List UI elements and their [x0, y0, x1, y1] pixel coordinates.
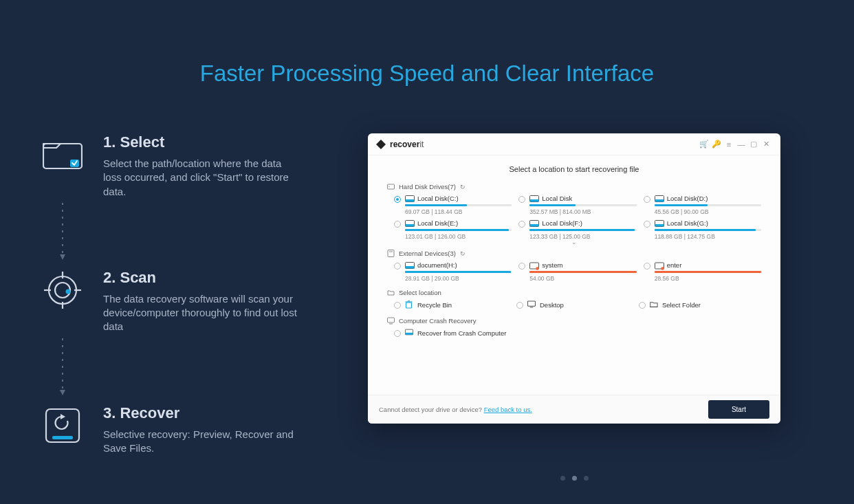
disk-icon — [405, 329, 413, 337]
crash-item[interactable]: Recover from Crash Computer — [394, 329, 516, 337]
carousel-dot[interactable] — [572, 476, 577, 481]
folder-icon — [650, 300, 658, 309]
svg-marker-14 — [61, 414, 65, 419]
feedback-link[interactable]: Feed back to us. — [484, 406, 532, 413]
drive-stats: 28.56 GB — [655, 275, 761, 282]
hdd-grid: Local Disk(C:) 69.07 GB | 118.44 GB Loca… — [394, 195, 761, 240]
drive-label: Local Disk(F:) — [542, 219, 582, 227]
drive-item[interactable]: Local Disk(G:) 118.88 GB | 124.75 GB — [644, 219, 761, 240]
step-recover: 3. Recover Selective recovery: Preview, … — [41, 404, 316, 456]
cart-icon[interactable]: 🛒 — [698, 140, 710, 149]
svg-rect-17 — [388, 184, 395, 189]
drive-item[interactable]: document(H:) 28.91 GB | 29.00 GB — [394, 261, 512, 282]
carousel-dot[interactable] — [584, 476, 589, 481]
disk-icon — [529, 220, 539, 227]
usage-bar — [529, 204, 636, 206]
radio[interactable] — [639, 302, 646, 309]
drive-stats: 123.01 GB | 126.00 GB — [405, 233, 512, 240]
refresh-icon[interactable]: ↻ — [460, 184, 466, 190]
usage-bar — [655, 229, 761, 231]
usage-bar — [529, 271, 636, 273]
drive-item[interactable]: Local Disk(C:) 69.07 GB | 118.44 GB — [394, 195, 512, 215]
minimize-icon[interactable]: — — [735, 140, 747, 149]
location-item[interactable]: Recycle Bin — [394, 300, 516, 309]
radio[interactable] — [644, 221, 650, 228]
drive-label: Local Disk(G:) — [667, 219, 708, 227]
radio[interactable] — [394, 263, 401, 270]
drive-item[interactable]: enter 28.56 GB — [644, 261, 761, 282]
start-button[interactable]: Start — [708, 400, 769, 419]
loc-grid: Recycle Bin Desktop Select Folder — [394, 300, 761, 309]
step-desc: The data recovery software will scan you… — [103, 292, 303, 334]
close-icon[interactable]: ✕ — [760, 140, 772, 149]
drive-stats: 54.00 GB — [529, 275, 636, 282]
drive-stats: 352.57 MB | 814.00 MB — [529, 208, 636, 215]
radio[interactable] — [516, 302, 523, 309]
key-icon[interactable]: 🔑 — [710, 140, 723, 149]
drive-item[interactable]: Local Disk(F:) 123.33 GB | 125.00 GB — [518, 219, 636, 240]
drive-stats: 123.33 GB | 125.00 GB — [529, 233, 636, 240]
svg-rect-30 — [655, 224, 664, 227]
radio[interactable] — [394, 196, 401, 203]
ext-section-icon — [387, 250, 395, 257]
section-loc: Select location — [387, 289, 761, 296]
radio[interactable] — [644, 196, 650, 203]
app-window: recoverit 🛒 🔑 ≡ — ▢ ✕ Select a location … — [368, 133, 780, 424]
location-item[interactable]: Select Folder — [639, 300, 761, 309]
radio[interactable] — [644, 263, 650, 270]
section-label: Hard Disk Drives(7) — [399, 183, 456, 190]
drive-item[interactable]: Local Disk(D:) 45.56 GB | 90.00 GB — [644, 195, 761, 215]
brand-text: recover — [390, 140, 419, 149]
svg-marker-16 — [376, 140, 386, 149]
step-desc: Select the path/location where the data … — [103, 157, 303, 199]
svg-rect-44 — [388, 318, 395, 322]
refresh-icon[interactable]: ↻ — [460, 250, 466, 257]
carousel-dots — [368, 476, 780, 481]
drive-stats: 118.88 GB | 124.75 GB — [655, 233, 761, 240]
drive-label: system — [542, 261, 562, 269]
radio[interactable] — [394, 221, 401, 228]
carousel-dot[interactable] — [560, 476, 565, 481]
drive-item[interactable]: system 54.00 GB — [518, 261, 636, 282]
drive-label: Local Disk(E:) — [417, 219, 458, 227]
svg-point-36 — [536, 267, 540, 270]
disk-icon — [405, 262, 415, 269]
page-title: Faster Processing Speed and Clear Interf… — [0, 0, 854, 87]
crash-grid: Recover from Crash Computer — [394, 329, 761, 337]
usage-bar — [655, 271, 761, 273]
svg-marker-12 — [60, 390, 65, 395]
step-desc: Selective recovery: Preview, Recover and… — [103, 428, 303, 456]
drive-item[interactable]: Local Disk 352.57 MB | 814.00 MB — [518, 195, 636, 215]
usage-bar — [405, 229, 512, 231]
svg-rect-24 — [655, 199, 664, 202]
svg-rect-1 — [70, 160, 79, 167]
radio[interactable] — [394, 330, 401, 337]
section-hdd: Hard Disk Drives(7) ↻ — [387, 183, 761, 190]
radio[interactable] — [518, 196, 525, 203]
disk-icon — [405, 195, 415, 202]
connector — [41, 203, 84, 265]
ext-grid: document(H:) 28.91 GB | 29.00 GB system … — [394, 261, 761, 282]
section-ext: External Devices(3) ↻ — [387, 250, 761, 257]
maximize-icon[interactable]: ▢ — [747, 140, 760, 149]
svg-rect-22 — [530, 199, 539, 202]
drive-stats: 45.56 GB | 90.00 GB — [655, 208, 761, 215]
recover-icon — [41, 404, 84, 447]
drive-label: enter — [667, 261, 682, 269]
menu-icon[interactable]: ≡ — [723, 140, 735, 149]
radio[interactable] — [394, 302, 401, 309]
folder-icon — [41, 133, 84, 176]
drive-stats: 28.91 GB | 29.00 GB — [405, 275, 512, 282]
step-title: 2. Scan — [103, 269, 303, 287]
connector — [41, 338, 84, 400]
step-title: 1. Select — [103, 133, 303, 151]
drive-item[interactable]: Local Disk(E:) 123.01 GB | 126.00 GB — [394, 219, 512, 240]
disk-icon — [529, 195, 539, 202]
radio[interactable] — [518, 263, 525, 270]
location-item[interactable]: Desktop — [516, 300, 639, 309]
radio[interactable] — [518, 221, 525, 228]
svg-rect-34 — [406, 266, 415, 269]
svg-rect-20 — [406, 199, 415, 202]
disk-icon — [405, 220, 415, 227]
location-label: Select Folder — [662, 301, 701, 309]
